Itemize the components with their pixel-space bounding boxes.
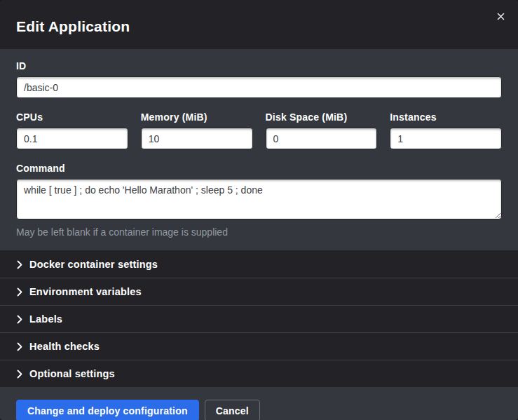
section-environment-variables[interactable]: Environment variables (0, 278, 518, 305)
instances-label: Instances (390, 111, 502, 123)
resource-fields-row: CPUs Memory (MiB) Disk Space (MiB) Insta… (16, 111, 502, 149)
section-labels[interactable]: Labels (0, 305, 518, 332)
cancel-button[interactable]: Cancel (205, 400, 260, 420)
id-label: ID (16, 60, 502, 72)
change-and-deploy-button[interactable]: Change and deploy configuration (16, 400, 199, 420)
command-help-text: May be left blank if a container image i… (16, 226, 502, 238)
page-title: Edit Application (16, 18, 130, 35)
form-body: ID CPUs Memory (MiB) Disk Space (MiB) In… (0, 49, 518, 250)
cpus-input[interactable] (16, 128, 128, 149)
memory-label: Memory (MiB) (141, 111, 253, 123)
command-label: Command (16, 163, 502, 174)
chevron-right-icon (16, 342, 23, 351)
chevron-right-icon (16, 370, 23, 379)
close-icon (497, 13, 505, 20)
section-label: Environment variables (29, 286, 142, 297)
edit-application-modal: Edit Application ID CPUs Memory (MiB) Di… (0, 0, 518, 420)
instances-field-group: Instances (390, 111, 502, 149)
disk-field-group: Disk Space (MiB) (266, 111, 378, 149)
memory-input[interactable] (141, 128, 253, 149)
disk-label: Disk Space (MiB) (266, 111, 378, 123)
section-label: Labels (29, 313, 62, 325)
section-docker-container-settings[interactable]: Docker container settings (0, 250, 518, 278)
command-field-group: Command while [ true ] ; do echo 'Hello … (16, 163, 502, 238)
chevron-right-icon (16, 260, 23, 269)
command-textarea[interactable]: while [ true ] ; do echo 'Hello Marathon… (16, 179, 502, 219)
id-field-group: ID (16, 60, 502, 98)
chevron-right-icon (16, 315, 23, 324)
instances-input[interactable] (390, 128, 502, 149)
section-optional-settings[interactable]: Optional settings (0, 360, 518, 387)
cpus-field-group: CPUs (16, 111, 128, 149)
section-label: Docker container settings (29, 259, 158, 270)
cpus-label: CPUs (16, 111, 128, 123)
disk-input[interactable] (266, 128, 378, 149)
section-label: Optional settings (29, 368, 115, 379)
section-label: Health checks (29, 341, 100, 352)
id-input[interactable] (16, 76, 502, 98)
close-button[interactable] (493, 9, 507, 23)
memory-field-group: Memory (MiB) (141, 111, 253, 149)
chevron-right-icon (16, 287, 23, 297)
modal-header: Edit Application (0, 0, 518, 49)
section-health-checks[interactable]: Health checks (0, 332, 518, 360)
accordion-sections: Docker container settings Environment va… (0, 250, 518, 387)
modal-footer: Change and deploy configuration Cancel (0, 387, 518, 420)
